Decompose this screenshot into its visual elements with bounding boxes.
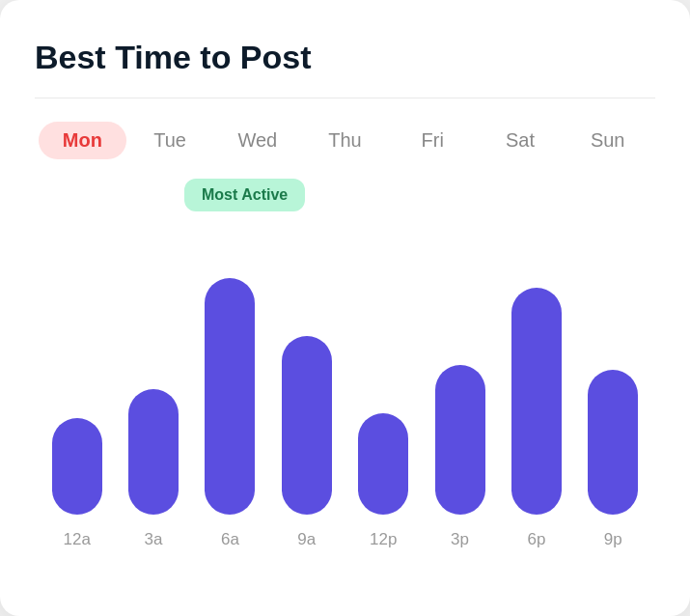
bar-3p bbox=[435, 365, 485, 515]
bar-9p bbox=[588, 370, 638, 515]
bar-6a bbox=[205, 278, 255, 515]
day-thu[interactable]: Thu bbox=[301, 122, 389, 159]
page-title: Best Time to Post bbox=[35, 39, 655, 76]
bar-12a bbox=[52, 418, 102, 515]
time-label-3p: 3p bbox=[422, 530, 498, 549]
time-label-3a: 3a bbox=[115, 530, 191, 549]
time-label-12a: 12a bbox=[39, 530, 115, 549]
time-label-12p: 12p bbox=[345, 530, 422, 549]
day-sat[interactable]: Sat bbox=[477, 122, 565, 159]
bar-3a bbox=[128, 389, 179, 515]
time-label-9a: 9a bbox=[268, 530, 345, 549]
divider bbox=[35, 98, 655, 98]
bar-wrapper bbox=[192, 233, 268, 515]
chart-area: Most Active 12a3a6a9a12p3p6p9p bbox=[35, 186, 655, 581]
bar-12p bbox=[358, 413, 408, 515]
bars-container bbox=[35, 186, 655, 515]
bar-6p bbox=[511, 288, 562, 515]
time-label-6a: 6a bbox=[192, 530, 268, 549]
day-wed[interactable]: Wed bbox=[213, 122, 301, 159]
bar-9a bbox=[282, 336, 332, 515]
bar-wrapper bbox=[345, 233, 422, 515]
day-tue[interactable]: Tue bbox=[126, 122, 214, 159]
bar-wrapper bbox=[498, 233, 574, 515]
day-fri[interactable]: Fri bbox=[389, 122, 477, 159]
time-labels: 12a3a6a9a12p3p6p9p bbox=[35, 515, 655, 549]
time-label-6p: 6p bbox=[498, 530, 574, 549]
bar-wrapper bbox=[422, 233, 498, 515]
bar-wrapper bbox=[115, 233, 191, 515]
bar-wrapper bbox=[268, 233, 345, 515]
best-time-card: Best Time to Post MonTueWedThuFriSatSun … bbox=[0, 0, 690, 616]
day-mon[interactable]: Mon bbox=[39, 122, 126, 159]
bar-wrapper bbox=[39, 233, 115, 515]
most-active-badge: Most Active bbox=[184, 179, 305, 211]
day-sun[interactable]: Sun bbox=[564, 122, 651, 159]
bar-wrapper bbox=[575, 233, 651, 515]
days-row: MonTueWedThuFriSatSun bbox=[35, 122, 655, 159]
time-label-9p: 9p bbox=[575, 530, 651, 549]
